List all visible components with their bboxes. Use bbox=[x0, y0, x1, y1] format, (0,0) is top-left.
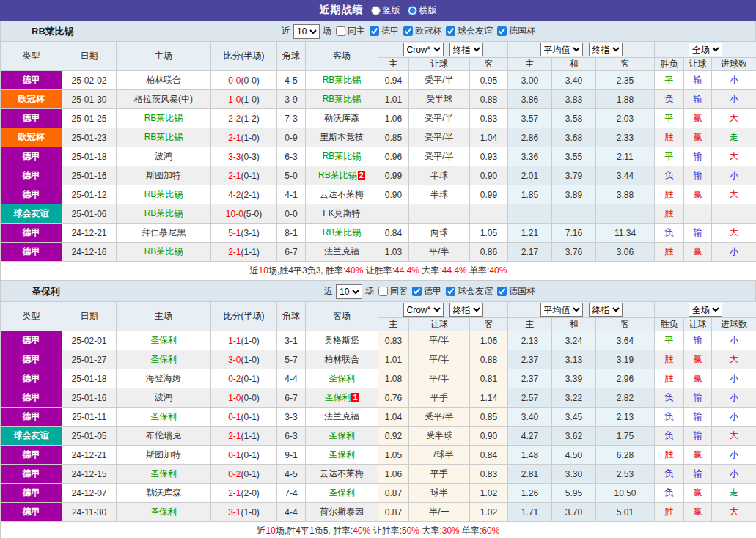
match-row: 德甲25-01-18波鸿3-3(0-3)6-3RB莱比锡0.96受平/半0.93… bbox=[1, 147, 756, 166]
halftime-score: (1-2) bbox=[241, 114, 260, 124]
corner-count: 6-7 bbox=[277, 388, 306, 408]
layout-option-vertical[interactable]: 竖版 bbox=[371, 4, 400, 17]
crow-home-odds: 0.94 bbox=[378, 71, 409, 90]
match-row: 德甲25-01-12RB莱比锡4-2(2-1)4-1云达不莱梅0.90半球0.9… bbox=[1, 185, 756, 204]
crow-odds-group-header: Crow*终指 bbox=[378, 302, 508, 318]
crow-home-odds: 1.01 bbox=[378, 350, 409, 369]
result-outcome: 负 bbox=[655, 427, 684, 446]
sub-column-header: 客 bbox=[470, 318, 508, 331]
matches-label: 场 bbox=[365, 285, 374, 298]
crow-away-odds: 1.02 bbox=[470, 503, 508, 522]
scope-select[interactable]: 全场 bbox=[689, 43, 722, 56]
odds-stage-select[interactable]: 终指 bbox=[449, 43, 483, 56]
match-row: 球会友谊25-01-05布伦瑞克2-1(1-1)6-3圣保利0.92受半球0.9… bbox=[1, 427, 756, 446]
league-filter-checkbox[interactable] bbox=[403, 26, 413, 36]
avg-home-odds: 1.71 bbox=[508, 503, 552, 522]
average-stage-select[interactable]: 终指 bbox=[589, 303, 623, 317]
summary-segment: 40% bbox=[489, 265, 507, 276]
rank-badge: 2 bbox=[358, 171, 365, 180]
matches-count-select[interactable]: 10 bbox=[336, 284, 362, 299]
league-filter-checkbox[interactable] bbox=[446, 26, 455, 36]
avg-away-odds: 10.50 bbox=[596, 484, 655, 503]
team-sections: RB莱比锡近10场同主德甲欧冠杯球会友谊德国杯类型日期主场比分(半场)角球客场C… bbox=[0, 21, 756, 538]
summary-row: 近10场,胜4平1负5, 胜率:40% 让胜率:50% 大率:30% 单率:60… bbox=[1, 522, 756, 538]
fulltime-score: 2-1 bbox=[228, 247, 241, 257]
fulltime-score: 3-1 bbox=[228, 507, 241, 517]
same-venue-checkbox[interactable] bbox=[378, 287, 388, 296]
avg-away-odds: 2.33 bbox=[596, 128, 655, 147]
team-label: RB莱比锡 bbox=[144, 113, 183, 123]
away-team: 圣保利1 bbox=[306, 388, 378, 408]
match-date: 24-12-15 bbox=[62, 465, 117, 484]
odds-source-select[interactable]: Crow* bbox=[403, 303, 444, 317]
average-select[interactable]: 平均值 bbox=[540, 43, 583, 56]
sub-column-header: 主 bbox=[508, 318, 552, 331]
avg-away-odds: 3.19 bbox=[596, 350, 655, 369]
team-label: FK莫斯特 bbox=[323, 208, 360, 218]
layout-radio-vertical[interactable] bbox=[371, 6, 381, 15]
halftime-score: (1-0) bbox=[241, 133, 260, 143]
team-label: 法兰克福 bbox=[324, 411, 359, 421]
avg-draw-odds: 3.40 bbox=[552, 71, 596, 90]
avg-away-odds: 3.64 bbox=[596, 331, 655, 350]
handicap-line: 受平/半 bbox=[409, 109, 470, 128]
odds-stage-select[interactable]: 终指 bbox=[449, 303, 483, 317]
league-filter-label: 球会友谊 bbox=[458, 285, 493, 298]
average-stage-select[interactable]: 终指 bbox=[589, 43, 623, 56]
home-team: 圣保利 bbox=[117, 503, 211, 522]
halftime-score: (1-0) bbox=[241, 355, 260, 365]
result-outcome: 胜 bbox=[655, 204, 684, 224]
column-header: 角球 bbox=[277, 42, 306, 71]
match-row: 德甲25-01-16波鸿1-0(0-0)6-7圣保利10.76平手1.142.5… bbox=[1, 388, 756, 408]
summary-segment: 场,胜4平1负5, 胜率: bbox=[276, 526, 353, 536]
avg-away-odds: 1.75 bbox=[596, 427, 655, 446]
halftime-score: (0-1) bbox=[241, 412, 260, 422]
layout-option-horizontal[interactable]: 横版 bbox=[408, 4, 437, 17]
same-venue-checkbox[interactable] bbox=[336, 26, 345, 36]
result-outcome: 平 bbox=[655, 109, 684, 128]
avg-odds-group-header: 平均值终指 bbox=[508, 302, 655, 318]
crow-away-odds: 0.90 bbox=[470, 427, 508, 446]
match-date: 25-01-25 bbox=[62, 109, 117, 128]
match-row: 德甲24-12-21斯图加特0-1(0-1)9-1圣保利1.05一/球半0.84… bbox=[1, 446, 756, 465]
match-date: 25-01-05 bbox=[62, 427, 117, 446]
away-team: 圣保利 bbox=[306, 427, 378, 446]
league-filter-checkbox[interactable] bbox=[497, 287, 507, 296]
result-goals: 小 bbox=[712, 331, 756, 350]
fulltime-score: 0-2 bbox=[228, 374, 241, 384]
scope-select[interactable]: 全场 bbox=[689, 303, 722, 317]
sub-column-header: 让球 bbox=[409, 58, 470, 71]
layout-radio-horizontal[interactable] bbox=[408, 6, 417, 15]
fulltime-score: 5-1 bbox=[228, 228, 241, 238]
match-row: 德甲25-01-25RB莱比锡2-2(1-2)7-3勒沃库森1.06受平/半0.… bbox=[1, 109, 756, 128]
league-filter-checkbox[interactable] bbox=[412, 287, 422, 296]
away-team: 荷尔斯泰因 bbox=[306, 503, 378, 522]
away-team: RB莱比锡 bbox=[306, 147, 378, 166]
corner-count: 3-3 bbox=[277, 408, 306, 427]
league-filter-checkbox[interactable] bbox=[497, 26, 507, 36]
team-label: RB莱比锡 bbox=[323, 94, 362, 104]
odds-source-select[interactable]: Crow* bbox=[403, 43, 444, 56]
result-outcome: 胜 bbox=[655, 350, 684, 369]
away-team: RB莱比锡 bbox=[306, 90, 378, 109]
score: 1-0(0-0) bbox=[211, 388, 277, 408]
sub-column-header: 进球数 bbox=[712, 58, 756, 71]
matches-count-select[interactable]: 10 bbox=[293, 24, 320, 39]
crow-away-odds: 1.02 bbox=[470, 484, 508, 503]
column-header: 比分(半场) bbox=[211, 302, 277, 331]
league-badge: 球会友谊 bbox=[1, 427, 62, 446]
sub-column-header: 让球 bbox=[684, 318, 712, 331]
team-label: 云达不莱梅 bbox=[320, 189, 364, 199]
average-select[interactable]: 平均值 bbox=[540, 303, 583, 317]
team-label: RB莱比锡 bbox=[318, 170, 357, 180]
result-outcome: 负 bbox=[655, 388, 684, 408]
crow-home-odds: 0.87 bbox=[378, 484, 409, 503]
fulltime-score: 2-1 bbox=[228, 431, 241, 441]
avg-home-odds: 2.86 bbox=[508, 128, 552, 147]
league-filter-checkbox[interactable] bbox=[446, 287, 455, 296]
team-label: 斯图加特 bbox=[146, 449, 181, 460]
sub-column-header: 胜负 bbox=[655, 318, 684, 331]
match-row: 球会友谊25-01-06RB莱比锡10-0(5-0)0-0FK莫斯特胜 bbox=[1, 204, 756, 224]
league-filter-checkbox[interactable] bbox=[370, 26, 379, 36]
league-badge: 德甲 bbox=[1, 147, 62, 166]
